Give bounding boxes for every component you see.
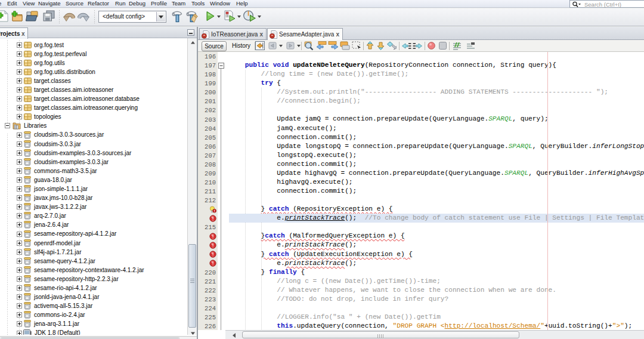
svg-text:3: 3: [227, 15, 228, 17]
